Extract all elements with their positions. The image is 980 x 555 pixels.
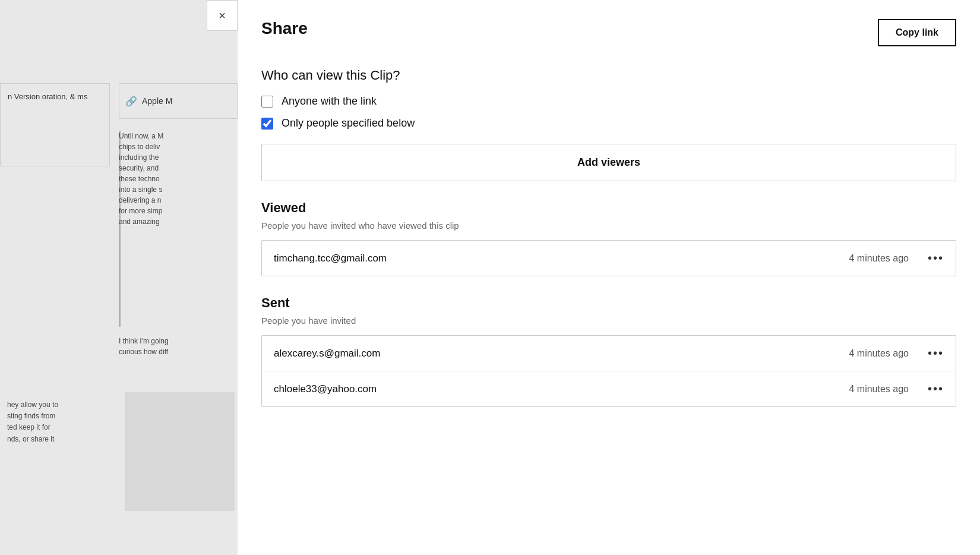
add-viewers-button[interactable]: Add viewers bbox=[261, 144, 956, 181]
only-people-checkbox[interactable] bbox=[261, 118, 273, 130]
copy-link-button[interactable]: Copy link bbox=[878, 19, 956, 46]
viewed-heading: Viewed bbox=[261, 200, 956, 216]
close-icon: × bbox=[219, 9, 226, 23]
sent-list: alexcarey.s@gmail.com 4 minutes ago ••• … bbox=[261, 335, 956, 407]
table-row: alexcarey.s@gmail.com 4 minutes ago ••• bbox=[262, 336, 956, 371]
background-content: × n Version oration, & ms 🔗 Apple M Unti… bbox=[0, 0, 238, 555]
sent-time-2: 4 minutes ago bbox=[849, 384, 909, 395]
link-icon: 🔗 bbox=[125, 96, 137, 107]
bg-card-bottom: hey allow you to sting finds from ted ke… bbox=[0, 392, 110, 511]
sent-email-2: chloele33@yahoo.com bbox=[274, 383, 849, 395]
bg-card-bottom-right bbox=[125, 392, 235, 511]
who-can-view-label: Who can view this Clip? bbox=[261, 68, 956, 83]
viewer-email: timchang.tcc@gmail.com bbox=[274, 253, 849, 264]
sent-desc: People you have invited bbox=[261, 316, 956, 326]
sent-heading: Sent bbox=[261, 295, 956, 311]
only-people-checkbox-row: Only people specified below bbox=[261, 117, 956, 130]
only-people-label[interactable]: Only people specified below bbox=[282, 117, 415, 130]
bg-card-1: n Version oration, & ms bbox=[0, 83, 110, 166]
sent-time-1: 4 minutes ago bbox=[849, 348, 909, 359]
bg-text-block-2: I think I'm going curious how diff bbox=[119, 336, 238, 357]
bg-card-2: 🔗 Apple M bbox=[119, 83, 238, 119]
sent-more-button-2[interactable]: ••• bbox=[928, 382, 944, 396]
table-row: chloele33@yahoo.com 4 minutes ago ••• bbox=[262, 371, 956, 406]
anyone-checkbox[interactable] bbox=[261, 96, 273, 108]
bg-text-block-1: Until now, a M chips to deliv including … bbox=[119, 131, 238, 227]
bg-card-1-text: n Version oration, & ms bbox=[8, 91, 102, 103]
anyone-label[interactable]: Anyone with the link bbox=[282, 95, 377, 108]
viewer-more-button[interactable]: ••• bbox=[928, 251, 944, 265]
viewed-desc: People you have invited who have viewed … bbox=[261, 220, 956, 231]
table-row: timchang.tcc@gmail.com 4 minutes ago ••• bbox=[262, 241, 956, 276]
sent-email-1: alexcarey.s@gmail.com bbox=[274, 348, 849, 360]
share-panel: Share Copy link Who can view this Clip? … bbox=[238, 0, 980, 555]
share-header: Share Copy link bbox=[261, 19, 956, 46]
bg-card-2-title: Apple M bbox=[142, 96, 172, 106]
share-title: Share bbox=[261, 19, 308, 38]
sent-more-button-1[interactable]: ••• bbox=[928, 346, 944, 360]
anyone-checkbox-row: Anyone with the link bbox=[261, 95, 956, 108]
viewer-time: 4 minutes ago bbox=[849, 253, 909, 264]
viewed-list: timchang.tcc@gmail.com 4 minutes ago ••• bbox=[261, 240, 956, 276]
close-button[interactable]: × bbox=[207, 0, 238, 31]
